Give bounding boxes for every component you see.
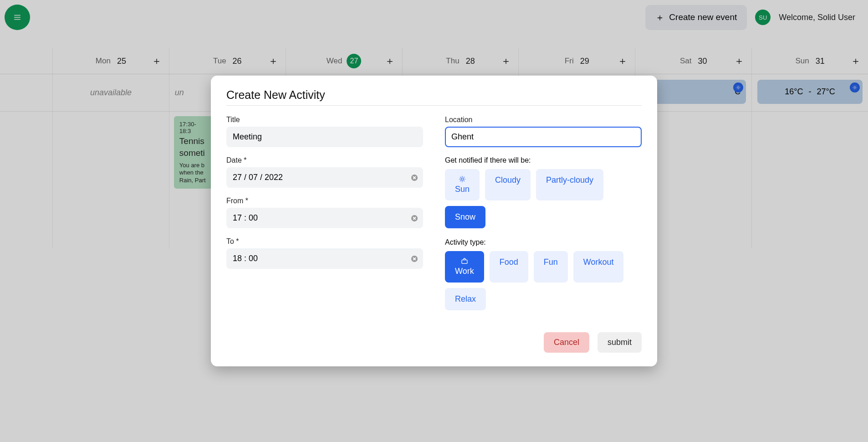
notify-partly-cloudy[interactable]: Partly-cloudy xyxy=(536,169,603,200)
chip-label: Snow xyxy=(455,212,475,222)
svg-line-27 xyxy=(464,180,464,181)
svg-line-26 xyxy=(460,177,460,177)
type-food[interactable]: Food xyxy=(490,251,528,283)
notify-label: Get notified if there will be: xyxy=(445,156,642,164)
from-input[interactable] xyxy=(226,208,423,228)
clear-from-icon[interactable] xyxy=(411,215,418,221)
clear-date-icon[interactable] xyxy=(411,175,418,181)
svg-line-29 xyxy=(464,177,464,177)
notify-cloudy[interactable]: Cloudy xyxy=(485,169,531,200)
chip-label: Food xyxy=(500,257,518,267)
chip-label: Workout xyxy=(583,257,614,267)
sun-icon xyxy=(459,175,466,183)
modal-title: Create New Activity xyxy=(226,88,642,106)
notify-sun[interactable]: Sun xyxy=(445,169,480,200)
notify-snow[interactable]: Snow xyxy=(445,206,485,228)
location-input[interactable] xyxy=(445,127,642,147)
type-fun[interactable]: Fun xyxy=(534,251,568,283)
chip-label: Cloudy xyxy=(495,175,521,185)
clear-to-icon[interactable] xyxy=(411,256,418,262)
create-activity-modal: Create New Activity Title Date * From * xyxy=(211,76,657,366)
chip-label: Fun xyxy=(544,257,558,267)
to-input[interactable] xyxy=(226,248,423,269)
svg-line-28 xyxy=(460,180,460,181)
title-label: Title xyxy=(226,116,423,124)
date-label: Date * xyxy=(226,156,423,164)
chip-label: Relax xyxy=(455,294,476,304)
date-input[interactable] xyxy=(226,167,423,188)
title-input[interactable] xyxy=(226,127,423,147)
briefcase-icon xyxy=(461,257,468,265)
type-workout[interactable]: Workout xyxy=(573,251,624,283)
svg-point-21 xyxy=(461,178,463,180)
location-label: Location xyxy=(445,116,642,124)
from-label: From * xyxy=(226,197,423,205)
notify-options: Sun Cloudy Partly-cloudy Snow xyxy=(445,169,642,228)
to-label: To * xyxy=(226,237,423,246)
type-options: Work Food Fun Workout Relax xyxy=(445,251,642,310)
type-work[interactable]: Work xyxy=(445,251,484,283)
type-label: Activity type: xyxy=(445,238,642,247)
chip-label: Work xyxy=(455,267,474,276)
svg-rect-30 xyxy=(462,260,467,263)
cancel-button[interactable]: Cancel xyxy=(544,332,589,353)
submit-button[interactable]: submit xyxy=(597,332,642,353)
chip-label: Sun xyxy=(455,185,470,194)
chip-label: Partly-cloudy xyxy=(546,175,593,185)
type-relax[interactable]: Relax xyxy=(445,288,486,310)
